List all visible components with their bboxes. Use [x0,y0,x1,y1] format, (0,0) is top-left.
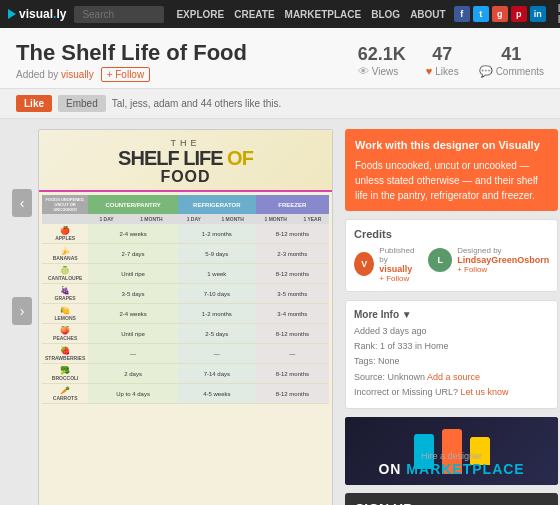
table-row: 🍎 APPLES 2-4 weeks 1-2 months 8-12 month… [42,224,329,244]
table-row: 🍋 LEMONS 2-4 weeks 1-2 months 3-4 months [42,304,329,324]
added-by-label: Added by [16,69,58,80]
marketplace-on: ON MARKETPLACE [345,461,558,477]
embed-button[interactable]: Embed [58,95,106,112]
linkedin-icon[interactable]: in [530,6,546,22]
author-link[interactable]: visually [61,69,94,80]
food-name: 🍇 GRAPES [42,284,88,304]
publisher-avatar: V [354,252,374,276]
let-us-know-link[interactable]: Let us know [461,387,509,397]
food-name: 🍋 LEMONS [42,304,88,324]
counter-header: COUNTER/PANTRY [88,195,178,214]
page-header: The Shelf Life of Food Added by visually… [0,28,560,89]
freezer-cell: 8-12 months [256,224,329,244]
added-date: Added 3 days ago [354,324,549,339]
facebook-icon[interactable]: f [454,6,470,22]
like-button[interactable]: Like [16,95,52,112]
ig-table: Foods unopened, uncut or uncooked COUNTE… [42,195,329,404]
nav-create[interactable]: CREATE [234,9,274,20]
credits-box: Credits V Published by visually + Follow… [345,219,558,292]
designer-avatar: L [428,248,452,272]
infographic-image: THE SHELF LIFE OF FOOD Foods unopened, u… [39,130,332,505]
freezer-cell: 8-12 months [256,264,329,284]
add-source-link[interactable]: Add a source [427,372,480,382]
fridge-cell: 4-5 weeks [178,384,256,404]
url-info: Incorrect or Missing URL? Let us know [354,385,549,400]
designer-name[interactable]: LindsayGreenOsborn [457,255,549,265]
fridge-cell: — [178,344,256,364]
counter-cell: Until ripe [88,324,178,344]
social-icons: f t g p in [454,6,546,22]
prev-arrow[interactable]: ‹ [12,189,32,217]
publisher-info: Published by visually + Follow [379,246,418,283]
next-arrow[interactable]: › [12,297,32,325]
freezer-cell: 8-12 months [256,384,329,404]
nav-marketplace[interactable]: MARKETPLACE [285,9,362,20]
twitter-icon[interactable]: t [473,6,489,22]
likes-bar: Like Embed Tal, jess, adam and 44 others… [0,89,560,119]
infographic-preview[interactable]: THE SHELF LIFE OF FOOD Foods unopened, u… [38,129,333,505]
fridge-cell: 1-2 months [178,304,256,324]
table-row: 🍑 PEACHES Until ripe 2-5 days 8-12 month… [42,324,329,344]
likes-stat: 47 ♥ Likes [426,44,459,77]
counter-cell: 2-7 days [88,244,178,264]
more-info-content: Added 3 days ago Rank: 1 of 333 in Home … [354,324,549,400]
nav-arrows: ‹ › [12,129,32,325]
publisher-name[interactable]: visually [379,264,418,274]
page-title: The Shelf Life of Food [16,40,358,66]
comments-stat: 41 💬 Comments [479,44,544,78]
logo[interactable]: visual.ly [8,7,66,21]
food-name: 🍈 CANTALOUPE [42,264,88,284]
refrigerator-header: REFRIGERATOR [178,195,256,214]
counter-cell: Up to 4 days [88,384,178,404]
nav-blog[interactable]: BLOG [371,9,400,20]
counter-cell: 3-5 days [88,284,178,304]
comments-count: 41 [479,44,544,65]
designer-info: Designed by LindsayGreenOsborn + Follow [457,246,549,274]
follow-button[interactable]: + Follow [101,67,151,82]
views-count: 62.1K [358,44,406,65]
food-name: 🍌 BANANAS [42,244,88,264]
added-by: Added by visually + Follow [16,69,358,80]
designer-follow[interactable]: + Follow [457,265,549,274]
rank-info: Rank: 1 of 333 in Home [354,339,549,354]
fridge-cell: 1-2 months [178,224,256,244]
search-input[interactable] [74,6,164,23]
ig-table-area: Foods unopened, uncut or uncooked COUNTE… [39,192,332,505]
views-label: 👁 Views [358,65,406,77]
sidebar: Work with this designer on Visually Food… [345,129,558,505]
top-navigation: visual.ly EXPLORE CREATE MARKETPLACE BLO… [0,0,560,28]
work-with-title: Work with this designer on Visually [355,137,548,154]
marketplace-text: Hire a designer ON MARKETPLACE [345,451,558,477]
food-name: 🍎 APPLES [42,224,88,244]
food-name: 🥕 CARROTS [42,384,88,404]
stats-block: 62.1K 👁 Views 47 ♥ Likes 41 💬 Comments [358,44,544,78]
marketplace-hire: Hire a designer [345,451,558,461]
publisher-role: Published by [379,246,418,264]
credits-title: Credits [354,228,549,240]
table-row: 🥕 CARROTS Up to 4 days 4-5 weeks 8-12 mo… [42,384,329,404]
credits-row: V Published by visually + Follow L Desig… [354,246,549,283]
google-plus-icon[interactable]: g [492,6,508,22]
table-row: 🥦 BROCCOLI 2 days 7-14 days 8-12 months [42,364,329,384]
food-name: 🥦 BROCCOLI [42,364,88,384]
freezer-cell: — [256,344,329,364]
more-info-title[interactable]: More Info ▼ [354,309,549,320]
fridge-cell: 1 week [178,264,256,284]
freezer-cell: 2-3 months [256,244,329,264]
published-by: V Published by visually + Follow [354,246,418,283]
food-name: 🍓 STRAWBERRIES [42,344,88,364]
publisher-follow[interactable]: + Follow [379,274,418,283]
pinterest-icon[interactable]: p [511,6,527,22]
source-info: Source: Unknown Add a source [354,370,549,385]
nav-about[interactable]: ABOUT [410,9,446,20]
infographic-column: ‹ › THE SHELF LIFE OF FOOD Fo [12,129,333,505]
counter-cell: 2 days [88,364,178,384]
freezer-cell: 3-4 months [256,304,329,324]
likers-text: Tal, jess, adam and 44 others like this. [112,98,282,109]
likes-label: ♥ Likes [426,65,459,77]
counter-cell: Until ripe [88,264,178,284]
marketplace-banner[interactable]: Hire a designer ON MARKETPLACE [345,417,558,485]
food-name: 🍑 PEACHES [42,324,88,344]
counter-cell: — [88,344,178,364]
nav-explore[interactable]: EXPLORE [176,9,224,20]
